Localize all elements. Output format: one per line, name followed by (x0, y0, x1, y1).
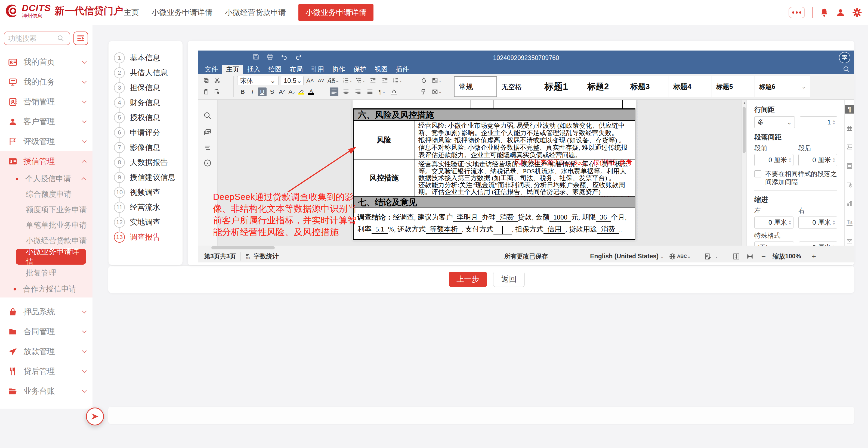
chart-panel-tab[interactable] (845, 199, 855, 208)
quick-send-fab[interactable] (86, 408, 104, 425)
spacing-before-input[interactable]: 0 厘米˄˅ (754, 154, 794, 166)
shrink-font-icon[interactable]: A˅ (317, 76, 325, 85)
styles-more-button[interactable]: ⌄ (798, 76, 810, 97)
document-page[interactable]: 六、风险及风控措施 风险 经营风险: 小微企业市场竞争力弱, 易受行业波动 (如… (352, 100, 636, 240)
paragraph-panel-tab[interactable]: ¶ (845, 105, 855, 113)
find-icon[interactable] (204, 112, 212, 120)
step-guarantee[interactable]: 3担保信息 (114, 82, 160, 93)
underline-icon[interactable]: U (258, 88, 267, 96)
sidebar-item-collateral[interactable]: 押品系统 (0, 302, 92, 322)
step-basic-info[interactable]: 1基本信息 (114, 53, 160, 63)
font-size-select[interactable]: 10.5⌄ (281, 76, 304, 85)
line-spacing-select[interactable]: 多⌄ (754, 116, 795, 128)
step-imaging[interactable]: 7影像信息 (114, 142, 160, 153)
vscroll-thumb[interactable] (743, 107, 746, 153)
style-heading1[interactable]: 标题1 (540, 76, 583, 97)
sidebar-item-credit-mgmt[interactable]: 授信管理 (0, 151, 92, 171)
function-search[interactable] (4, 32, 70, 45)
document-hscrollbar[interactable] (198, 246, 854, 250)
sidebar-item-single-batch[interactable]: 单笔单批业务申请 (0, 217, 92, 233)
zoom-level[interactable]: 缩放100% (773, 252, 801, 261)
tab-micro-detail-active[interactable]: 小微业务申请详情 (299, 4, 373, 21)
navigation-icon[interactable] (204, 144, 212, 152)
step-video-survey[interactable]: 10视频调查 (114, 187, 160, 198)
step-finance[interactable]: 4财务信息 (114, 97, 160, 108)
sidebar-item-disbursement[interactable]: 放款管理 (0, 342, 92, 361)
bullet-list-icon[interactable]: ⌄ (330, 76, 339, 85)
grow-font-icon[interactable]: A˄ (306, 76, 314, 85)
page-panel-tab[interactable] (845, 162, 855, 170)
sidebar-item-marketing[interactable]: 营销管理 (0, 92, 92, 112)
decrease-indent-icon[interactable] (369, 76, 377, 85)
spacing-after-input[interactable]: 0 厘米˄˅ (798, 154, 838, 166)
select-icon[interactable] (213, 88, 221, 96)
step-survey-report[interactable]: 13调查报告 (114, 232, 160, 243)
style-no-spacing[interactable]: 无空格 (497, 76, 540, 97)
zoom-out-button[interactable]: − (762, 252, 766, 261)
frame-icon[interactable]: ⌄ (432, 88, 442, 96)
zoom-in-button[interactable]: + (812, 252, 816, 261)
subscript-icon[interactable]: A₂ (287, 88, 296, 96)
menu-collaboration[interactable]: 协作 (328, 65, 349, 74)
style-heading2[interactable]: 标题2 (583, 76, 626, 97)
indent-right-input[interactable]: 0 厘米˄˅ (798, 216, 838, 229)
sidebar-item-post-loan[interactable]: 贷后管理 (0, 361, 92, 381)
tab-micro-detail[interactable]: 小微业务申请详情 (152, 7, 212, 18)
sidebar-item-rating[interactable]: 评级管理 (0, 132, 92, 151)
increase-indent-icon[interactable] (380, 76, 389, 85)
cut-icon[interactable] (213, 76, 221, 85)
strikethrough-icon[interactable]: S (268, 88, 276, 96)
sidebar-item-partner-credit[interactable]: 合作方授信申请 (0, 281, 92, 298)
mail-merge-panel-tab[interactable] (845, 237, 855, 246)
special-format-amount[interactable]: 0 厘米˄˅ (799, 242, 838, 246)
return-button[interactable]: 返回 (493, 272, 525, 287)
font-family-select[interactable]: 宋体⌄ (237, 76, 279, 85)
no-space-same-style-checkbox[interactable]: 不要在相同样式的段落之间添加间隔 (754, 170, 837, 186)
style-normal[interactable]: 常规 (454, 76, 497, 97)
more-actions-button[interactable] (788, 7, 805, 18)
payment-method-blank[interactable] (493, 225, 512, 235)
line-spacing-icon[interactable]: ⌄ (393, 76, 402, 85)
user-icon[interactable] (836, 8, 845, 17)
step-site-survey[interactable]: 12实地调查 (114, 217, 160, 228)
highlight-color-icon[interactable] (297, 88, 306, 96)
sidebar-item-comprehensive-quota[interactable]: 综合额度申请 (0, 186, 92, 202)
sidebar-item-approval-mgmt[interactable]: 批复管理 (0, 265, 92, 281)
document-vscrollbar[interactable]: ▲ (742, 100, 746, 246)
style-heading6[interactable]: 标题6 (755, 76, 798, 97)
image-panel-tab[interactable] (845, 143, 855, 151)
italic-icon[interactable]: I (248, 88, 257, 96)
multilevel-list-icon[interactable]: ⌄ (355, 76, 365, 85)
sidebar-item-customers[interactable]: 客户管理 (0, 112, 92, 132)
editor-avatar[interactable]: 李 (839, 52, 850, 63)
sidebar-item-my-home[interactable]: 我的首页 (0, 52, 92, 72)
sidebar-item-contracts[interactable]: 合同管理 (0, 322, 92, 342)
text-art-panel-tab[interactable]: Ta (845, 218, 855, 227)
step-apply-score[interactable]: 6申请评分 (114, 127, 160, 138)
search-input[interactable] (8, 34, 57, 43)
previous-step-button[interactable]: 上一步 (449, 272, 487, 287)
align-left-icon[interactable] (330, 88, 338, 96)
style-heading4[interactable]: 标题4 (669, 76, 712, 97)
menu-layout[interactable]: 布局 (286, 65, 307, 74)
fit-page-icon[interactable] (733, 253, 740, 260)
gear-icon[interactable] (852, 8, 862, 18)
paste-icon[interactable] (202, 88, 211, 96)
bell-icon[interactable] (819, 8, 829, 17)
track-changes-icon[interactable] (704, 253, 711, 260)
step-credit-advice[interactable]: 9授信建议信息 (114, 172, 176, 183)
paragraph-mark-icon[interactable]: ¶⌄ (377, 88, 386, 96)
conclusion-paragraph[interactable]: 调查结论：经调查, 建议为客户李明月办理消费贷款, 金额1000元, 期限36个… (353, 208, 636, 240)
menu-references[interactable]: 引用 (307, 65, 328, 74)
menu-draw[interactable]: 绘图 (265, 65, 286, 74)
editor-search-icon[interactable] (843, 66, 850, 73)
step-business-flow[interactable]: 11经营流水 (114, 202, 160, 213)
step-authorization[interactable]: 5授权信息 (114, 112, 160, 123)
sidebar-item-ledger[interactable]: 业务台账 (0, 381, 92, 401)
style-heading3[interactable]: 标题3 (626, 76, 669, 97)
globe-icon[interactable] (669, 253, 676, 260)
track-changes-dropdown[interactable]: ⌄ (715, 254, 718, 259)
ink-icon[interactable] (420, 76, 428, 85)
sidebar-item-micro-detail-active[interactable]: 小微业务申请详情 (16, 249, 86, 265)
sidebar-item-personal-credit[interactable]: 个人授信申请 (0, 171, 92, 186)
